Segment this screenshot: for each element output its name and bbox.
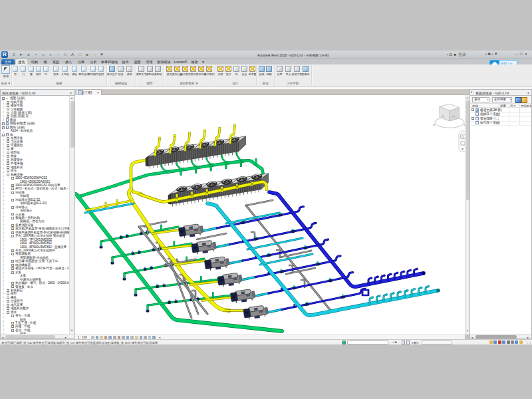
svg-text:前: 前	[442, 114, 445, 118]
svg-text:右: 右	[452, 114, 456, 118]
svg-text:▼: ▼	[461, 147, 464, 151]
